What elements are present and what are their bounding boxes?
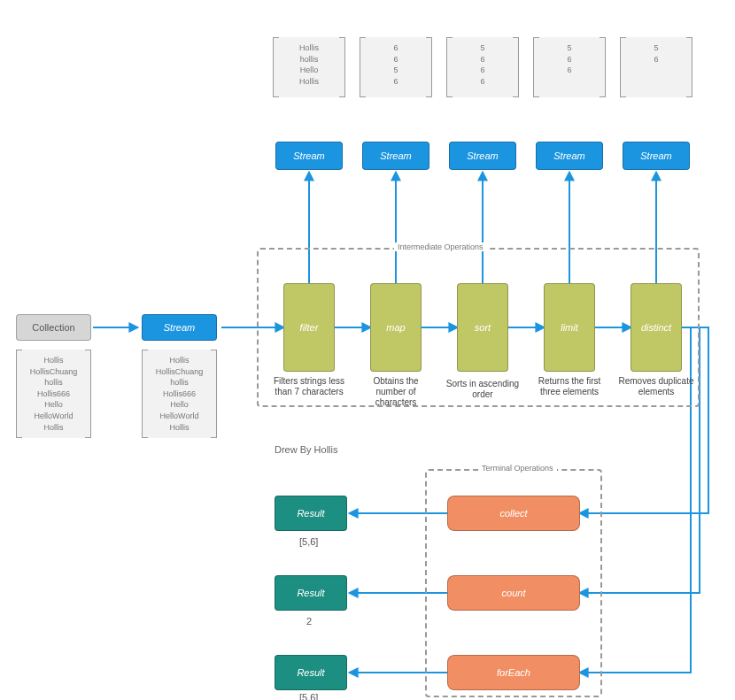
source-list: Hollis HollisChuang hollis Hollis666 Hel… bbox=[16, 350, 91, 438]
top-list-0: HollishollisHelloHollis bbox=[273, 37, 345, 97]
intermediate-ops-title: Intermediate Operations bbox=[394, 242, 487, 251]
result-collect: Result bbox=[275, 496, 347, 531]
result-foreach: Result bbox=[275, 655, 347, 690]
op-limit-caption: Returns the first three elements bbox=[531, 376, 607, 397]
terminal-ops-title: Terminal Operations bbox=[478, 464, 557, 473]
top-list-2: 5666 bbox=[446, 37, 519, 97]
stream-copy-list: Hollis HollisChuang hollis Hollis666 Hel… bbox=[142, 350, 217, 438]
top-list-3: 566 bbox=[533, 37, 606, 97]
term-foreach: forEach bbox=[447, 655, 580, 690]
result-collect-value: [5,6] bbox=[299, 536, 318, 547]
op-distinct: distinct bbox=[631, 283, 682, 372]
stream-main: Stream bbox=[142, 314, 217, 341]
op-limit: limit bbox=[544, 283, 595, 372]
top-stream-1: Stream bbox=[362, 142, 429, 170]
op-map-caption: Obtains the number of characters bbox=[358, 376, 434, 408]
op-filter: filter bbox=[283, 283, 335, 372]
collection-label: Collection bbox=[32, 322, 74, 333]
top-stream-2: Stream bbox=[449, 142, 516, 170]
top-list-4: 56 bbox=[620, 37, 692, 97]
result-foreach-value: [5,6] bbox=[299, 692, 318, 700]
top-stream-3: Stream bbox=[536, 142, 603, 170]
top-list-1: 6656 bbox=[360, 37, 432, 97]
collection-box: Collection bbox=[16, 314, 91, 341]
term-count: count bbox=[447, 575, 580, 611]
result-count: Result bbox=[275, 575, 347, 611]
op-map: map bbox=[370, 283, 422, 372]
top-stream-4: Stream bbox=[623, 142, 690, 170]
top-stream-0: Stream bbox=[275, 142, 343, 170]
credit-text: Drew By Hollis bbox=[275, 444, 338, 455]
result-count-value: 2 bbox=[306, 616, 312, 627]
op-sort-caption: Sorts in ascending order bbox=[445, 379, 521, 400]
op-sort: sort bbox=[457, 283, 508, 372]
term-collect: collect bbox=[447, 496, 580, 531]
op-distinct-caption: Removes duplicate elements bbox=[618, 376, 694, 397]
op-filter-caption: Filters strings less than 7 characters bbox=[271, 376, 347, 397]
